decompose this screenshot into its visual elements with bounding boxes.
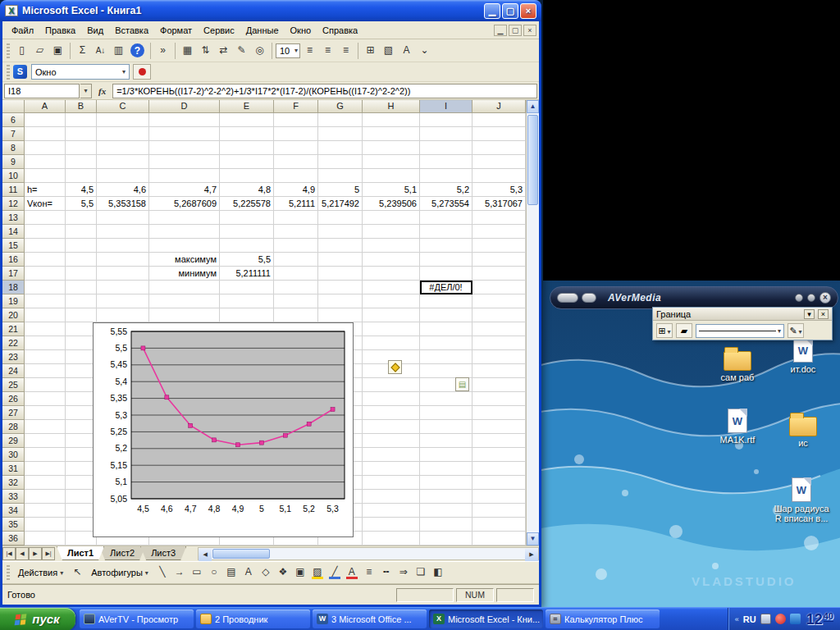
- cell-J26[interactable]: [472, 392, 526, 406]
- taskbar-button-3[interactable]: W3 Microsoft Office ...: [313, 609, 427, 628]
- cell-F17[interactable]: [274, 267, 318, 281]
- cell-A11[interactable]: h=: [25, 183, 66, 197]
- cell-I16[interactable]: [420, 253, 472, 267]
- row-header-34[interactable]: 34: [2, 504, 25, 518]
- arrow-style-icon[interactable]: ⇒: [395, 564, 412, 581]
- zoom-icon[interactable]: ◎: [251, 42, 268, 59]
- cell-H17[interactable]: [363, 267, 420, 281]
- cell-J13[interactable]: [472, 211, 526, 225]
- cells-icon[interactable]: ▦: [179, 42, 196, 59]
- workbook-close-button[interactable]: ×: [523, 25, 536, 36]
- cell-E13[interactable]: [220, 211, 274, 225]
- chart-wizard-icon[interactable]: ▥: [110, 42, 127, 59]
- cell-A35[interactable]: [25, 518, 66, 532]
- cell-G8[interactable]: [318, 141, 363, 155]
- row-header-7[interactable]: 7: [2, 127, 25, 141]
- cell-B16[interactable]: [66, 253, 97, 267]
- help-icon[interactable]: ?: [130, 43, 144, 57]
- cell-J32[interactable]: [472, 476, 526, 490]
- column-header-E[interactable]: E: [220, 100, 274, 113]
- menu-item-Вставка[interactable]: Вставка: [109, 23, 154, 38]
- cell-C16[interactable]: [97, 253, 149, 267]
- cell-G18[interactable]: [318, 281, 363, 294]
- chevron-down-icon[interactable]: ▾: [804, 309, 815, 319]
- select-arrow-icon[interactable]: ↖: [69, 564, 85, 581]
- cell-J16[interactable]: [472, 253, 526, 267]
- formula-input[interactable]: =1/3*КОРЕНЬ((I17-2)^2-2^2)+1/3*I17*2*(I1…: [112, 84, 537, 98]
- column-header-D[interactable]: D: [149, 100, 220, 113]
- toolbar-grip[interactable]: [7, 565, 10, 580]
- cell-F18[interactable]: [274, 281, 318, 294]
- cell-H8[interactable]: [363, 141, 420, 155]
- align-right-icon[interactable]: ≡: [337, 42, 354, 59]
- row-header-22[interactable]: 22: [2, 336, 25, 350]
- row-header-24[interactable]: 24: [2, 364, 25, 378]
- cell-C13[interactable]: [97, 211, 149, 225]
- cell-H10[interactable]: [363, 169, 420, 183]
- cell-G10[interactable]: [318, 169, 363, 183]
- minimize-button[interactable]: ▁: [484, 3, 500, 19]
- cell-B11[interactable]: 4,5: [66, 183, 97, 197]
- cell-E20[interactable]: [220, 308, 274, 322]
- scroll-right-icon[interactable]: ▶: [525, 549, 538, 562]
- chevron-down-icon[interactable]: ▾: [80, 84, 92, 98]
- cell-F13[interactable]: [274, 211, 318, 225]
- cell-G12[interactable]: 5,217492: [318, 197, 363, 211]
- cell-D12[interactable]: 5,2687609: [149, 197, 220, 211]
- cell-H9[interactable]: [363, 155, 420, 169]
- row-header-36[interactable]: 36: [2, 532, 25, 546]
- cell-A19[interactable]: [25, 294, 66, 308]
- drawing-icon[interactable]: ✎: [233, 42, 250, 59]
- cell-A16[interactable]: [25, 253, 66, 267]
- title-bar[interactable]: X Microsoft Excel - Книга1 ▁ ▢ ×: [0, 0, 541, 21]
- cell-I21[interactable]: [420, 322, 472, 336]
- cell-A8[interactable]: [25, 141, 66, 155]
- cell-E14[interactable]: [220, 225, 274, 239]
- cell-J24[interactable]: [472, 364, 526, 378]
- snagit-icon[interactable]: S: [13, 65, 27, 79]
- toolbar-options-icon[interactable]: »: [154, 42, 171, 59]
- cell-I29[interactable]: [420, 434, 472, 448]
- avermedia-button[interactable]: [557, 293, 578, 303]
- row-header-18[interactable]: 18: [2, 281, 25, 294]
- cell-H35[interactable]: [363, 518, 420, 532]
- desktop-icon-it-doc[interactable]: W ит.doc: [773, 338, 833, 374]
- cell-G15[interactable]: [318, 239, 363, 253]
- cell-B15[interactable]: [66, 239, 97, 253]
- cell-D10[interactable]: [149, 169, 220, 183]
- cell-E11[interactable]: 4,8: [220, 183, 274, 197]
- cell-B18[interactable]: [66, 281, 97, 294]
- cell-I19[interactable]: [420, 294, 472, 308]
- cell-D14[interactable]: [149, 225, 220, 239]
- menu-item-Вид[interactable]: Вид: [81, 23, 109, 38]
- toolbar-chevron-icon[interactable]: ⌄: [416, 42, 433, 59]
- cell-F6[interactable]: [274, 113, 318, 127]
- tab-scroll-last-icon[interactable]: ▶|: [42, 547, 55, 560]
- scrollbar-thumb[interactable]: [212, 549, 270, 559]
- erase-border-icon[interactable]: ▰: [676, 323, 692, 338]
- cell-C20[interactable]: [97, 308, 149, 322]
- cell-A13[interactable]: [25, 211, 66, 225]
- row-header-10[interactable]: 10: [2, 169, 25, 183]
- font-color-icon[interactable]: А: [398, 42, 415, 59]
- cell-I18[interactable]: #ДЕЛ/0!: [420, 281, 472, 294]
- draw-actions-menu[interactable]: Действия▾: [13, 565, 68, 580]
- embedded-chart[interactable]: 5,055,15,155,25,255,35,355,45,455,55,554…: [93, 322, 354, 537]
- desktop-icon-sam-rab[interactable]: сам раб: [707, 345, 768, 382]
- row-header-16[interactable]: 16: [2, 253, 25, 267]
- row-header-35[interactable]: 35: [2, 518, 25, 532]
- cell-C9[interactable]: [97, 155, 149, 169]
- cell-E16[interactable]: 5,5: [220, 253, 274, 267]
- align-left-icon[interactable]: ≡: [301, 42, 318, 59]
- cell-I31[interactable]: [420, 462, 472, 476]
- cell-A30[interactable]: [25, 448, 66, 462]
- cell-D15[interactable]: [149, 239, 220, 253]
- cell-I15[interactable]: [420, 239, 472, 253]
- cell-J29[interactable]: [472, 434, 526, 448]
- cell-B20[interactable]: [66, 308, 97, 322]
- cell-A9[interactable]: [25, 155, 66, 169]
- cell-G14[interactable]: [318, 225, 363, 239]
- cell-D11[interactable]: 4,7: [149, 183, 220, 197]
- cell-G20[interactable]: [318, 308, 363, 322]
- cell-J19[interactable]: [472, 294, 526, 308]
